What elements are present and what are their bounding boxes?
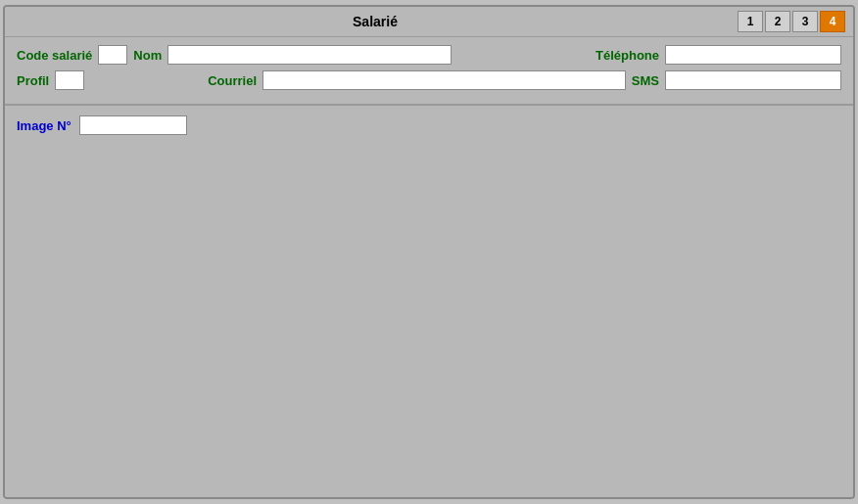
- nom-label: Nom: [133, 48, 162, 63]
- profil-input[interactable]: [55, 70, 84, 90]
- tab-2[interactable]: 2: [765, 11, 790, 32]
- tab-1[interactable]: 1: [738, 11, 763, 32]
- courriel-input[interactable]: [262, 70, 626, 90]
- form-row-1: Code salarié Nom Téléphone: [17, 45, 841, 65]
- tab-4[interactable]: 4: [820, 11, 845, 32]
- telephone-input[interactable]: [665, 45, 841, 65]
- image-no-label: Image N°: [17, 118, 72, 133]
- main-window: Salarié 1 2 3 4 Code salarié Nom Télépho…: [3, 5, 855, 499]
- telephone-label: Téléphone: [596, 48, 659, 63]
- form-row-2: Profil Courriel SMS: [17, 70, 841, 90]
- title-bar: Salarié 1 2 3 4: [5, 7, 853, 37]
- courriel-label: Courriel: [208, 73, 257, 88]
- tab-3[interactable]: 3: [792, 11, 818, 32]
- image-row: Image N°: [17, 115, 841, 135]
- window-title: Salarié: [13, 14, 738, 29]
- content-area: Image N°: [5, 106, 853, 497]
- image-no-input[interactable]: [79, 115, 187, 135]
- code-salarie-label: Code salarié: [17, 48, 92, 63]
- sms-row: SMS: [632, 70, 841, 90]
- nom-input[interactable]: [167, 45, 452, 65]
- sms-label: SMS: [632, 73, 659, 88]
- form-area: Code salarié Nom Téléphone Profil Courri…: [5, 37, 853, 106]
- tab-buttons: 1 2 3 4: [738, 11, 845, 32]
- sms-input[interactable]: [665, 70, 841, 90]
- telephone-row: Téléphone: [596, 45, 841, 65]
- code-salarie-input[interactable]: [98, 45, 127, 65]
- profil-label: Profil: [17, 73, 49, 88]
